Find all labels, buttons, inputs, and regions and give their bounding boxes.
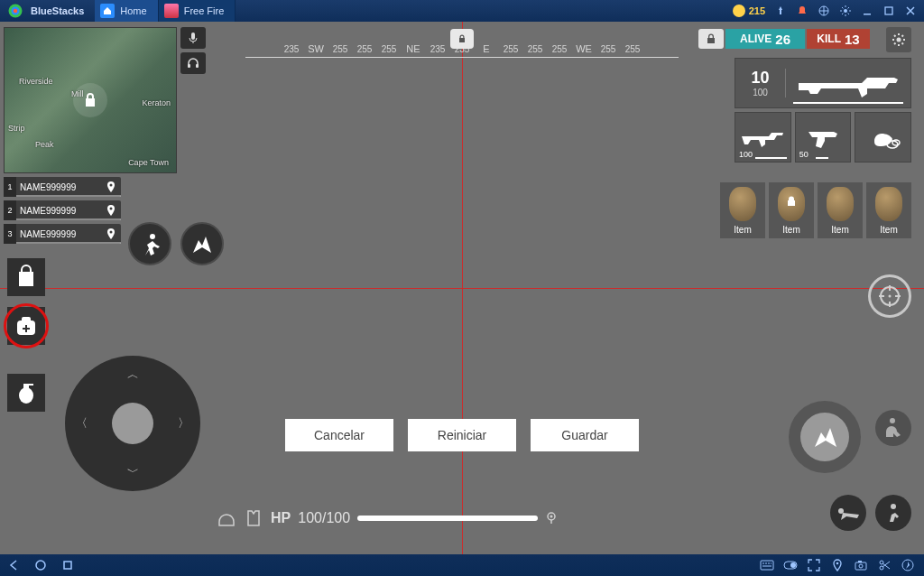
compass-lock-icon [450,29,474,49]
teammate-index: 1 [4,177,16,197]
inventory-slot[interactable]: Item [769,182,814,238]
camera-icon[interactable] [854,558,868,572]
kill-label: KILL [817,33,841,45]
bluestacks-tray [760,558,924,572]
hud-lock-button[interactable] [698,29,724,49]
headset-button[interactable] [180,52,206,74]
svg-point-18 [19,387,33,404]
reset-button[interactable]: Reiniciar [408,419,516,451]
close-icon[interactable] [904,5,917,17]
svg-rect-27 [64,562,71,569]
tab-free-fire[interactable]: Free Fire [159,0,236,22]
compass-tick: 255 [353,44,376,54]
svg-rect-17 [22,317,31,322]
inventory-row: Item Item Item Item [720,182,911,238]
inventory-slot[interactable]: Item [866,182,911,238]
alive-value: 26 [775,32,790,47]
minimize-icon[interactable] [861,5,873,17]
compass-tick: E [475,43,498,54]
peek-button[interactable] [875,410,911,446]
coin-value: 215 [749,5,765,16]
back-button[interactable] [0,554,27,576]
compass-tick: WE [572,43,596,54]
fire-icon [800,413,849,461]
teammate-row[interactable]: 3 NAME999999 [4,224,121,244]
svg-rect-19 [23,384,29,388]
teammate-index: 2 [4,200,16,220]
tab-home[interactable]: Home [95,0,158,22]
secondary-weapon-slot[interactable]: 100 [735,112,791,163]
settings-icon[interactable] [839,5,852,17]
kill-counter: KILL 13 [807,29,870,49]
compass-tick: 255 [377,44,401,54]
bluestacks-title: BlueStacks [31,5,84,16]
svg-point-15 [110,231,113,234]
cancel-button[interactable]: Cancelar [285,419,393,451]
svg-point-30 [790,562,796,568]
prone-button[interactable] [830,495,866,531]
svg-point-10 [897,38,901,42]
aim-button[interactable] [868,274,911,318]
minimap[interactable]: Riverside Mill Strip Peak Keraton Cape T… [4,27,177,173]
stance-controls [830,495,911,531]
globe-icon[interactable] [818,5,830,17]
svg-point-33 [859,564,863,568]
compass-icon[interactable] [901,558,915,572]
movement-joystick[interactable]: ︿ ﹀ 〈 〉 [65,356,200,491]
hp-fill [357,516,538,521]
keyboard-icon[interactable] [760,558,774,572]
medkit-button[interactable] [7,307,45,345]
item-label: Item [734,225,751,238]
map-label: Riverside [19,77,53,86]
compass-tick: 255 [621,44,644,54]
fire-button[interactable] [789,401,861,473]
svg-point-12 [892,140,900,145]
location-icon[interactable] [830,558,845,572]
recents-button[interactable] [54,554,81,576]
melee-slot[interactable] [855,112,911,163]
pin-icon [105,204,117,217]
mic-button[interactable] [180,27,206,49]
chevron-up-icon: ︿ [127,367,139,383]
home-button[interactable] [27,554,54,576]
sprint-button[interactable] [128,222,171,265]
chevron-left-icon: 〈 [76,415,88,432]
teammate-row[interactable]: 2 NAME999999 [4,200,121,220]
backpack-button[interactable] [7,258,45,296]
hp-label: HP [271,510,291,526]
chevron-right-icon: 〉 [178,415,189,432]
pin-icon[interactable] [774,5,787,17]
teammate-row[interactable]: 1 NAME999999 [4,177,121,197]
game-viewport[interactable]: Riverside Mill Strip Peak Keraton Cape T… [0,22,924,554]
secondary-attack-button[interactable] [180,222,224,265]
pistol-slot[interactable]: 50 [795,112,852,163]
maximize-icon[interactable] [882,5,895,17]
scissors-icon[interactable] [877,558,892,572]
save-button[interactable]: Guardar [531,419,639,451]
teammate-name: NAME999999 [16,182,105,192]
crouch-button[interactable] [875,495,911,531]
svg-rect-8 [188,64,190,68]
settings-button[interactable] [886,27,911,52]
inventory-slot[interactable]: Item [818,182,863,238]
current-ammo: 10 [735,69,785,88]
compass-tick: NE [402,43,425,54]
helmet-icon [217,509,236,527]
svg-rect-32 [855,562,866,570]
toggle-icon[interactable] [783,558,798,572]
teammate-index: 3 [4,224,16,244]
pin-icon [105,228,117,240]
notification-icon[interactable] [796,5,808,17]
crosshair-horizontal [0,288,924,289]
teammate-name: NAME999999 [16,206,105,216]
inventory-slot[interactable]: Item [720,182,765,238]
joystick-thumb[interactable] [112,403,153,444]
coin-balance[interactable]: 215 [733,5,765,17]
svg-rect-28 [761,561,773,570]
rifle-icon [740,124,785,151]
map-label: Strip [8,124,25,133]
grenade-button[interactable] [7,374,45,412]
bag-icon [827,187,854,221]
primary-weapon-slot[interactable]: 10 100 [735,58,911,108]
fullscreen-icon[interactable] [807,558,821,572]
